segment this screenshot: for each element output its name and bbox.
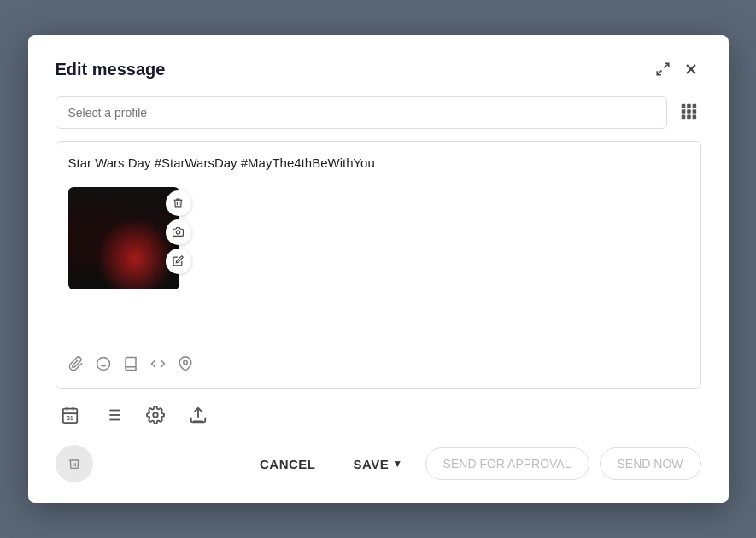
footer-row: CANCEL SAVE ▼ SEND FOR APPROVAL SEND NOW bbox=[56, 445, 701, 482]
svg-point-17 bbox=[183, 360, 187, 365]
code-icon[interactable] bbox=[150, 356, 166, 376]
modal-title: Edit message bbox=[56, 60, 166, 79]
svg-rect-9 bbox=[692, 109, 696, 114]
grid-view-button[interactable] bbox=[676, 98, 701, 128]
modal-header: Edit message bbox=[56, 59, 701, 79]
svg-point-29 bbox=[153, 412, 158, 418]
message-toolbar bbox=[68, 348, 689, 376]
svg-rect-11 bbox=[687, 114, 691, 119]
attachment-icon[interactable] bbox=[68, 356, 84, 376]
expand-button[interactable] bbox=[653, 60, 672, 79]
svg-point-14 bbox=[97, 358, 109, 371]
message-box: Star Wars Day #StarWarsDay #MayThe4thBeW… bbox=[56, 141, 701, 389]
svg-rect-5 bbox=[687, 103, 691, 108]
header-actions bbox=[653, 59, 701, 79]
send-now-button[interactable]: SEND NOW bbox=[600, 447, 701, 480]
delete-button[interactable] bbox=[56, 445, 93, 482]
emoji-icon[interactable] bbox=[96, 356, 111, 376]
calendar-button[interactable]: 31 bbox=[57, 402, 83, 428]
message-text[interactable]: Star Wars Day #StarWarsDay #MayThe4thBeW… bbox=[68, 154, 689, 173]
close-button[interactable] bbox=[681, 59, 701, 79]
location-icon[interactable] bbox=[178, 356, 193, 376]
edit-image-button[interactable] bbox=[166, 249, 191, 274]
svg-rect-4 bbox=[681, 103, 685, 108]
delete-image-button[interactable] bbox=[166, 190, 191, 216]
camera-image-button[interactable] bbox=[166, 219, 191, 245]
profile-select-input[interactable] bbox=[56, 96, 667, 129]
edit-message-modal: Edit message bbox=[28, 35, 729, 503]
svg-rect-8 bbox=[687, 109, 691, 114]
image-thumbnail bbox=[68, 187, 179, 289]
profile-row bbox=[56, 96, 701, 129]
bottom-toolbar: 31 bbox=[56, 402, 701, 428]
svg-rect-7 bbox=[681, 109, 685, 114]
svg-rect-10 bbox=[681, 114, 685, 119]
cancel-button[interactable]: CANCEL bbox=[244, 448, 331, 480]
save-dropdown-arrow: ▼ bbox=[392, 458, 402, 470]
svg-point-13 bbox=[176, 231, 179, 234]
svg-text:31: 31 bbox=[67, 415, 73, 421]
save-button[interactable]: SAVE ▼ bbox=[341, 448, 414, 480]
settings-button[interactable] bbox=[143, 402, 168, 428]
upload-button[interactable] bbox=[185, 402, 211, 428]
svg-rect-12 bbox=[692, 114, 696, 119]
save-label: SAVE bbox=[353, 457, 389, 471]
send-for-approval-button[interactable]: SEND FOR APPROVAL bbox=[425, 447, 589, 480]
svg-rect-6 bbox=[692, 103, 696, 108]
image-action-buttons bbox=[166, 190, 191, 274]
image-container bbox=[68, 187, 179, 289]
notes-icon[interactable] bbox=[123, 356, 138, 376]
list-button[interactable] bbox=[100, 402, 126, 428]
